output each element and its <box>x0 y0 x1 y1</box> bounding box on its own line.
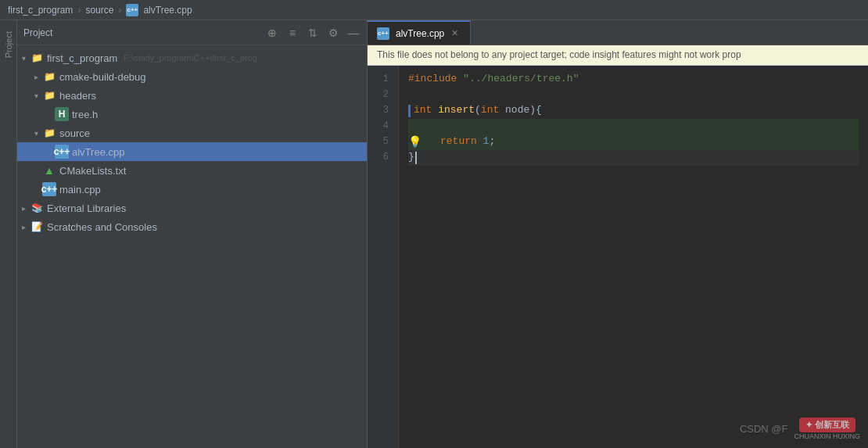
sidebar: Project ⊕ ≡ ⇅ ⚙ — ▾ 📁 first_c_program F:… <box>17 20 368 448</box>
line-num-3: 3 <box>368 103 393 119</box>
kw-int2: int <box>481 102 505 119</box>
bulb-icon[interactable]: 💡 <box>408 134 421 151</box>
tree-label-main-cpp: main.cpp <box>59 184 101 195</box>
tree-label-cmake-build-debug: cmake-build-debug <box>59 71 146 83</box>
file-h-icon: H <box>55 107 69 121</box>
editor-wrapper: 1 2 3 4 5 6 #include "../headers/tree.h" <box>368 66 868 448</box>
code-editor[interactable]: 1 2 3 4 5 6 #include "../headers/tree.h" <box>368 66 868 448</box>
left-strip: Project <box>0 20 17 448</box>
breadcrumb: first_c_program › source › c++ alvTree.c… <box>0 0 868 20</box>
arrow-headers: ▾ <box>30 91 42 100</box>
tree-label-root: first_c_program <box>47 52 117 64</box>
globe-icon[interactable]: ⊕ <box>265 26 279 40</box>
tab-label: alvTree.cpp <box>396 28 444 39</box>
ext-lib-icon: 📚 <box>30 201 44 215</box>
tree-item-cmake-build-debug[interactable]: ▸ 📁 cmake-build-debug <box>17 67 367 86</box>
cpp-badge-breadcrumb: c++ <box>126 4 138 16</box>
tree-item-alvTree-cpp[interactable]: c++ alvTree.cpp <box>17 142 367 161</box>
paren-open: ( <box>475 102 481 119</box>
code-line-6: } <box>408 150 859 166</box>
line-numbers: 1 2 3 4 5 6 <box>368 66 399 448</box>
fn-insert: insert <box>438 102 475 119</box>
tree-item-root[interactable]: ▾ 📁 first_c_program F:\stady_program\C++… <box>17 48 367 67</box>
file-cpp-icon-alvTree: c++ <box>55 145 69 159</box>
editor-area: c++ alvTree.cpp ✕ This file does not bel… <box>368 20 868 448</box>
code-line-3: int insert(int node){ <box>408 103 859 119</box>
closing-brace: } <box>408 149 414 166</box>
breadcrumb-project[interactable]: first_c_program <box>8 5 73 16</box>
tree-label-alvTree-cpp: alvTree.cpp <box>72 146 124 158</box>
line-num-4: 4 <box>368 119 393 134</box>
logo-text: 创新互联 <box>815 420 849 429</box>
code-line-4 <box>408 119 859 134</box>
paren-close: ){ <box>529 102 542 119</box>
tree-label-source: source <box>59 127 90 139</box>
breadcrumb-sep1: › <box>77 5 81 16</box>
line-num-5: 5 <box>368 134 393 150</box>
file-cpp-icon-main: c++ <box>42 182 56 196</box>
tab-bar: c++ alvTree.cpp ✕ <box>368 20 868 45</box>
folder-icon-cmake-build-debug: 📁 <box>42 70 56 84</box>
tree-item-headers[interactable]: ▾ 📁 headers <box>17 86 367 105</box>
line-num-1: 1 <box>368 72 393 88</box>
tree-item-external-libraries[interactable]: ▸ 📚 External Libraries <box>17 199 367 217</box>
tree-label-CMakeLists: CMakeLists.txt <box>59 165 126 177</box>
param-node: node <box>505 102 529 119</box>
arrow-scratches: ▸ <box>17 223 30 231</box>
tree-item-scratches[interactable]: ▸ 📝 Scratches and Consoles <box>17 217 367 236</box>
tab-alvTree-cpp[interactable]: c++ alvTree.cpp ✕ <box>368 20 471 45</box>
breadcrumb-file[interactable]: alvTree.cpp <box>143 5 192 16</box>
list-icon[interactable]: ≡ <box>285 26 299 40</box>
logo-container: ✦ 创新互联 CHUANXIN HUXING <box>794 418 860 440</box>
tree-item-source[interactable]: ▾ 📁 source <box>17 124 367 142</box>
arrow-root: ▾ <box>17 54 30 63</box>
cursor <box>415 152 417 164</box>
line-num-6: 6 <box>368 150 393 166</box>
include-keyword: #include <box>408 71 463 88</box>
folder-icon-headers: 📁 <box>42 88 56 102</box>
warning-text: This file does not belong to any project… <box>377 49 741 60</box>
logo-badge: ✦ 创新互联 <box>799 418 855 432</box>
tab-close-button[interactable]: ✕ <box>449 27 461 39</box>
tree-item-main-cpp[interactable]: c++ main.cpp <box>17 180 367 199</box>
breadcrumb-source[interactable]: source <box>85 5 113 16</box>
kw-int: int <box>414 102 438 119</box>
gear-icon[interactable]: ⚙ <box>326 26 340 40</box>
csdn-text: CSDN @F <box>740 423 788 435</box>
arrow-external-libraries: ▸ <box>17 204 30 213</box>
arrow-source: ▾ <box>30 129 42 138</box>
sort-icon[interactable]: ⇅ <box>306 26 320 40</box>
main-layout: Project Project ⊕ ≡ ⇅ ⚙ — ▾ 📁 first_c_pr… <box>0 20 868 448</box>
code-line-5: 💡 return 1; <box>408 134 859 150</box>
file-tree: ▾ 📁 first_c_program F:\stady_program\C++… <box>17 45 367 448</box>
code-line-2 <box>408 88 859 103</box>
code-content[interactable]: #include "../headers/tree.h" int insert(… <box>399 66 868 448</box>
scratch-icon: 📝 <box>30 220 44 234</box>
watermark: CSDN @F ✦ 创新互联 CHUANXIN HUXING <box>740 418 860 440</box>
breadcrumb-sep2: › <box>118 5 121 16</box>
tree-label-external-libraries: External Libraries <box>47 202 126 214</box>
tree-label-headers: headers <box>59 90 96 102</box>
tab-cpp-badge: c++ <box>377 27 389 40</box>
num-1: 1 <box>483 134 490 150</box>
folder-icon-root: 📁 <box>30 51 44 65</box>
line-num-2: 2 <box>368 88 393 103</box>
tree-label-tree-h: tree.h <box>72 109 98 120</box>
logo-icon: ✦ <box>805 420 812 429</box>
arrow-cmake-build-debug: ▸ <box>30 73 42 81</box>
minimize-icon[interactable]: — <box>346 26 360 40</box>
logo-sub: CHUANXIN HUXING <box>794 432 860 440</box>
semicolon: ; <box>489 134 495 150</box>
tree-item-tree-h[interactable]: H tree.h <box>17 105 367 124</box>
tree-label-scratches: Scratches and Consoles <box>47 221 157 233</box>
cmake-icon: ▲ <box>42 163 56 177</box>
tree-path-root: F:\stady_program\C++\first_c_prog <box>124 53 257 63</box>
warning-banner: This file does not belong to any project… <box>368 45 868 66</box>
tree-item-CMakeLists[interactable]: ▲ CMakeLists.txt <box>17 161 367 180</box>
project-label: Project <box>4 31 13 58</box>
sidebar-title: Project <box>23 27 52 38</box>
bracket-indicator <box>408 105 411 117</box>
folder-icon-source: 📁 <box>42 126 56 140</box>
sidebar-toolbar: Project ⊕ ≡ ⇅ ⚙ — <box>17 20 367 45</box>
code-line-1: #include "../headers/tree.h" <box>408 72 859 88</box>
